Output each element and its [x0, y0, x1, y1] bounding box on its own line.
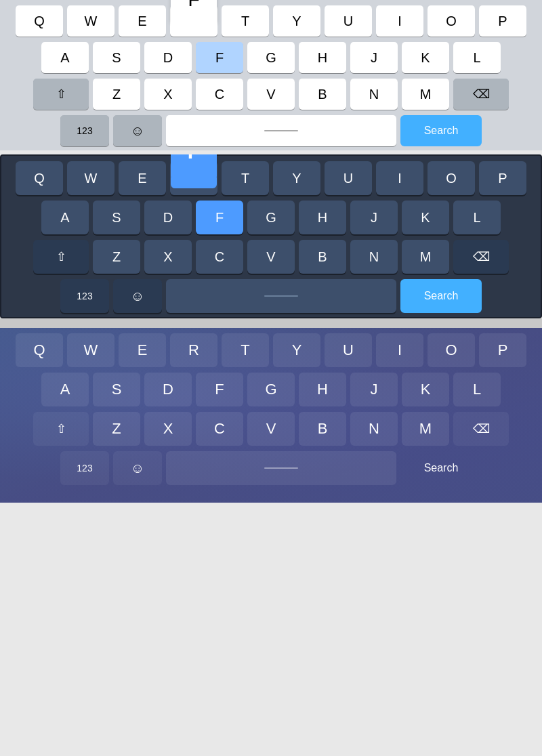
key-Y-dark[interactable]: Y	[273, 161, 320, 195]
key-emoji-glass[interactable]: ☺	[113, 451, 162, 485]
key-D-glass[interactable]: D	[144, 373, 192, 406]
key-O-light[interactable]: O	[428, 5, 475, 37]
key-search-light[interactable]: Search	[400, 115, 482, 146]
key-F-light[interactable]: F	[196, 42, 243, 73]
key-U-dark[interactable]: U	[325, 161, 372, 195]
key-A-glass[interactable]: A	[41, 373, 89, 406]
key-V-light[interactable]: V	[247, 79, 295, 110]
key-shift-glass[interactable]: ⇧	[33, 412, 89, 446]
key-D-light[interactable]: D	[144, 42, 192, 73]
key-J-light[interactable]: J	[350, 42, 398, 73]
key-S-glass[interactable]: S	[93, 373, 140, 406]
key-Q-light[interactable]: Q	[16, 5, 63, 37]
key-H-light[interactable]: H	[299, 42, 346, 73]
key-123-light[interactable]: 123	[60, 115, 109, 146]
key-X-dark[interactable]: X	[144, 240, 192, 274]
key-A-dark[interactable]: A	[41, 201, 89, 234]
key-G-dark[interactable]: G	[247, 201, 295, 234]
key-S-light[interactable]: S	[93, 42, 140, 73]
key-V-glass[interactable]: V	[247, 412, 295, 446]
key-S-dark[interactable]: S	[93, 201, 140, 234]
key-A-light[interactable]: A	[41, 42, 89, 73]
key-B-light[interactable]: B	[299, 79, 346, 110]
key-T-dark[interactable]: T	[222, 161, 269, 195]
key-V-dark[interactable]: V	[247, 240, 295, 274]
key-K-dark[interactable]: K	[402, 201, 449, 234]
key-P-light[interactable]: P	[479, 5, 526, 37]
key-123-glass[interactable]: 123	[60, 451, 109, 485]
key-R-glass[interactable]: R	[170, 333, 217, 367]
key-Y-glass[interactable]: Y	[273, 333, 320, 367]
key-shift-light[interactable]: ⇧	[33, 79, 89, 110]
keyboard-glass: Q W E R T Y U I O P A S D F G H J K L ⇧	[0, 328, 542, 503]
key-123-dark[interactable]: 123	[60, 279, 109, 313]
key-I-glass[interactable]: I	[376, 333, 423, 367]
key-T-light[interactable]: T	[222, 5, 269, 37]
key-E-dark[interactable]: E	[119, 161, 166, 195]
key-G-glass[interactable]: G	[247, 373, 295, 406]
key-N-glass[interactable]: N	[350, 412, 398, 446]
key-emoji-dark[interactable]: ☺	[113, 279, 162, 313]
key-X-light[interactable]: X	[144, 79, 192, 110]
key-shift-dark[interactable]: ⇧	[33, 240, 89, 274]
key-backspace-dark[interactable]: ⌫	[453, 240, 509, 274]
key-H-glass[interactable]: H	[299, 373, 346, 406]
key-search-glass[interactable]: Search	[400, 451, 482, 485]
key-N-dark[interactable]: N	[350, 240, 398, 274]
key-X-glass[interactable]: X	[144, 412, 192, 446]
key-F-glass[interactable]: F	[196, 373, 243, 406]
key-M-light[interactable]: M	[402, 79, 449, 110]
key-M-glass[interactable]: M	[402, 412, 449, 446]
keyboard-light: Q W E R F T Y U I O P A S D F G H J K L	[0, 0, 542, 150]
key-P-dark[interactable]: P	[479, 161, 526, 195]
key-search-dark[interactable]: Search	[400, 279, 482, 313]
key-O-dark[interactable]: O	[428, 161, 475, 195]
key-space-dark[interactable]	[166, 279, 396, 313]
key-B-dark[interactable]: B	[299, 240, 346, 274]
key-E-glass[interactable]: E	[119, 333, 166, 367]
key-I-light[interactable]: I	[376, 5, 423, 37]
key-Q-dark[interactable]: Q	[16, 161, 63, 195]
key-B-glass[interactable]: B	[299, 412, 346, 446]
key-W-light[interactable]: W	[67, 5, 114, 37]
key-J-dark[interactable]: J	[350, 201, 398, 234]
key-O-glass[interactable]: O	[428, 333, 475, 367]
key-Z-glass[interactable]: Z	[93, 412, 140, 446]
key-D-dark[interactable]: D	[144, 201, 192, 234]
key-K-glass[interactable]: K	[402, 373, 449, 406]
key-L-glass[interactable]: L	[453, 373, 501, 406]
key-R-light[interactable]: R F	[170, 5, 217, 37]
key-I-dark[interactable]: I	[376, 161, 423, 195]
key-J-glass[interactable]: J	[350, 373, 398, 406]
key-W-dark[interactable]: W	[67, 161, 114, 195]
key-Z-dark[interactable]: Z	[93, 240, 140, 274]
key-F-dark[interactable]: F	[196, 201, 243, 234]
key-Y-light[interactable]: Y	[273, 5, 320, 37]
key-G-light[interactable]: G	[247, 42, 295, 73]
key-R-dark[interactable]: R F	[170, 161, 217, 195]
key-row-2-glass: A S D F G H J K L	[3, 373, 539, 406]
key-Z-light[interactable]: Z	[93, 79, 140, 110]
key-E-light[interactable]: E	[119, 5, 166, 37]
key-L-dark[interactable]: L	[453, 201, 501, 234]
key-U-glass[interactable]: U	[325, 333, 372, 367]
key-U-light[interactable]: U	[325, 5, 372, 37]
key-L-light[interactable]: L	[453, 42, 501, 73]
key-M-dark[interactable]: M	[402, 240, 449, 274]
key-P-glass[interactable]: P	[479, 333, 526, 367]
key-space-light[interactable]	[166, 115, 396, 146]
key-H-dark[interactable]: H	[299, 201, 346, 234]
key-backspace-light[interactable]: ⌫	[453, 79, 509, 110]
key-C-light[interactable]: C	[196, 79, 243, 110]
key-T-glass[interactable]: T	[222, 333, 269, 367]
key-C-dark[interactable]: C	[196, 240, 243, 274]
key-N-light[interactable]: N	[350, 79, 398, 110]
key-W-glass[interactable]: W	[67, 333, 114, 367]
key-C-glass[interactable]: C	[196, 412, 243, 446]
key-Q-glass[interactable]: Q	[16, 333, 63, 367]
key-space-glass[interactable]	[166, 451, 396, 485]
key-K-light[interactable]: K	[402, 42, 449, 73]
key-emoji-light[interactable]: ☺	[113, 115, 162, 146]
key-backspace-glass[interactable]: ⌫	[453, 412, 509, 446]
key-row-1-glass: Q W E R T Y U I O P	[3, 333, 539, 367]
